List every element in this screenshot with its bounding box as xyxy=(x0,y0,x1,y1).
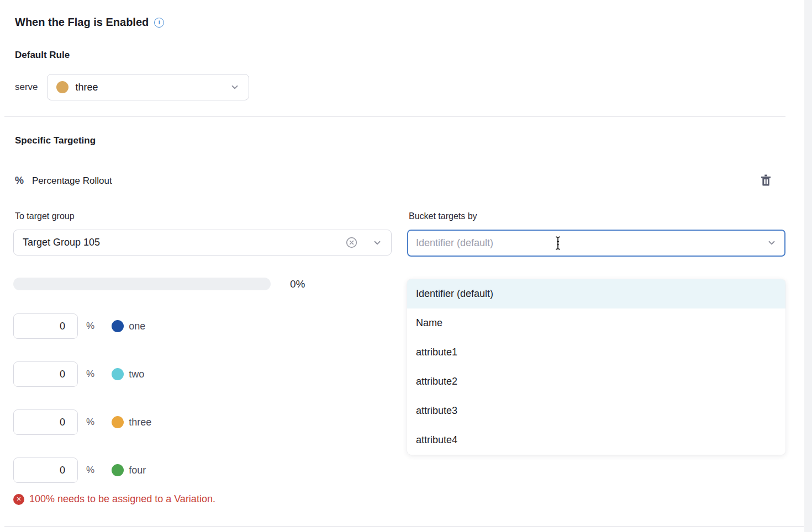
variation-percent-input-one[interactable] xyxy=(13,313,78,339)
variation-row-one: % one xyxy=(13,313,151,339)
percent-sign: % xyxy=(86,321,94,332)
percent-sign: % xyxy=(86,369,94,380)
page-edge-strip xyxy=(804,0,812,532)
percent-sign: % xyxy=(86,417,94,428)
bucket-by-label: Bucket targets by xyxy=(409,211,785,221)
variation-color-dot xyxy=(56,81,68,93)
variation-name: three xyxy=(129,417,151,428)
percent-sign: % xyxy=(86,465,94,476)
circled-x-icon xyxy=(345,236,358,249)
variation-percent-input-four[interactable] xyxy=(13,457,78,483)
percentage-rollout-header: % Percentage Rollout xyxy=(15,172,774,189)
variation-rows: % one % two % three % four xyxy=(13,313,151,506)
serve-row: serve three xyxy=(15,74,249,100)
menu-item-attribute3[interactable]: attribute3 xyxy=(407,396,785,425)
variation-percent-input-two[interactable] xyxy=(13,361,78,387)
variation-color-dot xyxy=(112,416,124,428)
error-icon: ✕ xyxy=(13,494,24,505)
menu-item-identifier-default[interactable]: Identifier (default) xyxy=(407,279,785,308)
variation-row-four: % four xyxy=(13,457,151,483)
variation-color-dot xyxy=(112,320,124,332)
bucket-by-dropdown-menu: Identifier (default) Name attribute1 att… xyxy=(407,279,785,455)
validation-error: ✕ 100% needs to be assigned to a Variati… xyxy=(13,493,215,505)
target-group-label: To target group xyxy=(15,211,392,221)
variation-color-dot xyxy=(112,368,124,380)
clear-target-group-button[interactable] xyxy=(345,236,358,249)
serve-label: serve xyxy=(15,82,38,93)
serve-variation-value: three xyxy=(76,82,223,93)
variation-percent-input-three[interactable] xyxy=(13,409,78,435)
error-message: 100% needs to be assigned to a Variation… xyxy=(29,493,215,505)
rollout-total-percent: 0% xyxy=(290,278,305,290)
default-rule-heading: Default Rule xyxy=(15,50,70,61)
target-group-column: To target group Target Group 105 xyxy=(13,211,392,257)
bottom-divider xyxy=(4,526,804,527)
specific-targeting-heading: Specific Targeting xyxy=(15,135,96,146)
rollout-config-columns: To target group Target Group 105 Bucket … xyxy=(13,211,785,257)
chevron-down-icon xyxy=(230,82,240,92)
target-group-select[interactable]: Target Group 105 xyxy=(13,230,392,256)
info-icon[interactable]: i xyxy=(154,18,164,28)
rollout-progress-row: 0% xyxy=(13,278,305,290)
trash-icon xyxy=(758,173,773,188)
bucket-by-column: Bucket targets by Identifier (default) N… xyxy=(407,211,785,257)
section-divider xyxy=(4,116,785,117)
page-title: When the Flag is Enabled i xyxy=(15,16,164,29)
variation-row-three: % three xyxy=(13,409,151,435)
variation-color-dot xyxy=(112,464,124,476)
rollout-progress-bar xyxy=(13,278,271,290)
menu-item-attribute1[interactable]: attribute1 xyxy=(407,338,785,367)
percent-icon: % xyxy=(15,175,24,187)
variation-row-two: % two xyxy=(13,361,151,387)
target-group-value: Target Group 105 xyxy=(23,237,339,248)
menu-item-name[interactable]: Name xyxy=(407,308,785,338)
variation-name: four xyxy=(129,465,146,476)
menu-item-attribute4[interactable]: attribute4 xyxy=(407,425,785,455)
variation-name: one xyxy=(129,321,145,332)
variation-name: two xyxy=(129,369,144,380)
chevron-down-icon xyxy=(372,238,382,248)
bucket-by-input[interactable] xyxy=(407,230,785,257)
page-title-text: When the Flag is Enabled xyxy=(15,16,149,29)
delete-rollout-button[interactable] xyxy=(757,172,774,189)
percentage-rollout-label: Percentage Rollout xyxy=(32,175,112,187)
serve-variation-select[interactable]: three xyxy=(47,74,249,100)
menu-item-attribute2[interactable]: attribute2 xyxy=(407,367,785,396)
